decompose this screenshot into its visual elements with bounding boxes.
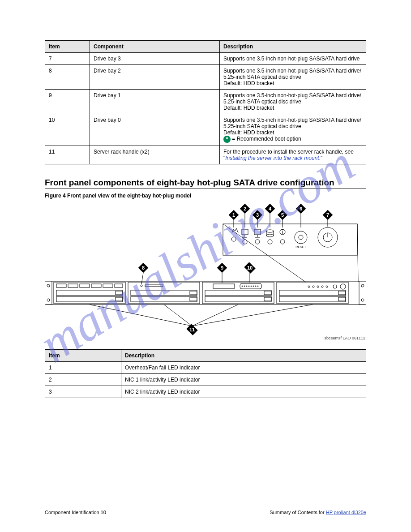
figure-footer-code: sbceemsf LAO 061112 <box>324 336 365 340</box>
svg-text:2: 2 <box>244 206 246 211</box>
svg-text:10: 10 <box>247 265 253 270</box>
reset-button-icon <box>295 231 307 244</box>
footer-right: Summary of Contents for HP proliant dl32… <box>270 510 366 515</box>
svg-point-81 <box>141 285 142 287</box>
info-icon <box>280 229 285 244</box>
svg-line-111 <box>192 305 238 326</box>
cell-item: 11 <box>45 146 90 164</box>
cell-item: 10 <box>45 114 90 146</box>
svg-rect-66 <box>56 296 123 302</box>
cell-item: 3 <box>45 386 121 398</box>
t1-h-component: Component <box>90 41 220 53</box>
svg-point-95 <box>317 286 319 287</box>
svg-point-99 <box>340 284 346 289</box>
svg-point-20 <box>295 231 307 244</box>
svg-rect-83 <box>213 284 235 288</box>
svg-point-98 <box>333 285 337 288</box>
callout-3: 3 <box>253 210 263 227</box>
svg-rect-70 <box>205 296 271 302</box>
svg-point-86 <box>244 286 245 287</box>
footer-left: Component Identification 10 <box>45 510 106 515</box>
server-front-panel-diagram: RESET 1 2 3 4 5 6 7 <box>45 202 366 340</box>
t1-h-desc: Description <box>220 41 366 53</box>
svg-point-87 <box>246 286 247 287</box>
table-row: 10 Drive bay 0 Supports one 3.5-inch non… <box>45 114 366 146</box>
svg-rect-65 <box>56 290 123 296</box>
table-row: 3 NIC 2 link/activity LED indicator <box>45 386 366 398</box>
svg-point-10 <box>255 240 260 244</box>
svg-line-109 <box>90 305 192 326</box>
network-icon <box>254 229 261 244</box>
callout-9: 9 <box>217 263 227 283</box>
cell-item: 8 <box>45 65 90 90</box>
svg-rect-7 <box>254 229 261 235</box>
svg-rect-75 <box>190 291 197 295</box>
cell-desc: Supports one 3.5-inch non-hot-plug SAS/S… <box>220 65 366 90</box>
figure-wrap: RESET 1 2 3 4 5 6 7 <box>45 202 366 345</box>
svg-rect-3 <box>242 229 248 235</box>
svg-point-18 <box>282 229 283 230</box>
svg-rect-59 <box>56 284 66 287</box>
svg-point-92 <box>257 286 258 287</box>
cell-desc: NIC 2 link/activity LED indicator <box>121 386 366 398</box>
svg-point-96 <box>321 286 323 287</box>
table-row: 7 Drive bay 3 Supports one 3.5-inch non-… <box>45 53 366 65</box>
t2-h-desc: Description <box>121 350 366 362</box>
components-table: Item Component Description 7 Drive bay 3… <box>45 40 366 164</box>
svg-rect-69 <box>205 290 271 296</box>
storage-icon <box>266 230 274 244</box>
heading-rule <box>45 189 366 189</box>
cell-desc: Supports one 3.5-inch non-hot-plug SAS/S… <box>220 114 366 146</box>
svg-rect-56 <box>128 282 200 304</box>
svg-rect-78 <box>264 297 271 301</box>
cell-component: Drive bay 2 <box>90 65 220 90</box>
callout-11: 11 <box>186 324 197 335</box>
svg-rect-68 <box>131 296 197 302</box>
power-button-icon <box>318 227 338 247</box>
svg-point-90 <box>253 286 254 287</box>
svg-point-15 <box>268 240 272 244</box>
svg-rect-62 <box>91 284 101 287</box>
svg-rect-48 <box>45 281 366 305</box>
svg-rect-49 <box>45 281 52 305</box>
cell-item: 2 <box>45 374 121 386</box>
page-footer: Component Identification 10 Summary of C… <box>0 510 411 515</box>
cell-component: Server rack handle (x2) <box>90 146 220 164</box>
cell-item: 7 <box>45 53 90 65</box>
svg-line-110 <box>164 305 192 326</box>
t1-h-item: Item <box>45 41 90 53</box>
svg-rect-71 <box>279 290 346 296</box>
svg-rect-74 <box>116 297 123 301</box>
t2-h-item: Item <box>45 350 121 362</box>
svg-text:6: 6 <box>300 206 302 211</box>
svg-text:3: 3 <box>256 212 259 218</box>
table-row: 9 Drive bay 1 Supports one 3.5-inch non-… <box>45 90 366 114</box>
cell-item: 1 <box>45 362 121 374</box>
cross-reference-link[interactable]: Installing the server into the rack moun… <box>225 155 319 161</box>
svg-point-97 <box>326 286 328 287</box>
svg-rect-76 <box>190 297 197 301</box>
svg-rect-80 <box>338 297 346 301</box>
svg-text:1: 1 <box>232 212 235 218</box>
svg-text:5: 5 <box>281 212 284 218</box>
svg-point-11 <box>266 230 274 232</box>
svg-line-46 <box>223 224 306 282</box>
section-heading: Front panel components of eight-bay hot-… <box>45 178 366 188</box>
figure-caption: Figure 4 Front panel view of the eight-b… <box>45 193 366 199</box>
cell-desc: Overheat/Fan fail LED indicator <box>121 362 366 374</box>
svg-text:9: 9 <box>221 265 223 270</box>
cell-desc: Supports one 3.5-inch non-hot-plug SAS/S… <box>220 53 366 65</box>
svg-rect-63 <box>103 284 113 287</box>
svg-rect-67 <box>131 290 197 296</box>
svg-rect-73 <box>116 291 123 295</box>
footer-link[interactable]: HP proliant dl320e <box>326 510 366 515</box>
svg-text:4: 4 <box>269 206 272 211</box>
cell-component: Drive bay 0 <box>90 114 220 146</box>
svg-point-93 <box>308 286 310 287</box>
cell-desc: Supports one 3.5-inch non-hot-plug SAS/S… <box>220 90 366 114</box>
cell-item: 9 <box>45 90 90 114</box>
cell-desc: NIC 1 link/activity LED indicator <box>121 374 366 386</box>
cell-desc: For the procedure to install the server … <box>220 146 366 164</box>
text: ." <box>319 155 323 161</box>
cell-component: Drive bay 3 <box>90 53 220 65</box>
